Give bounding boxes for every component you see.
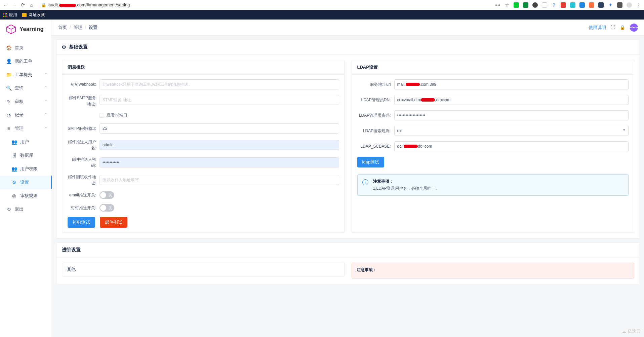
- folder-icon: [22, 13, 27, 17]
- ssl-label: 启用ssl端口: [106, 112, 127, 118]
- breadcrumb-manage[interactable]: 管理: [74, 25, 82, 31]
- ldap-search-select[interactable]: uid: [394, 126, 629, 136]
- watermark-text: 亿速云: [628, 328, 641, 334]
- sidebar-item-review[interactable]: ✎审核˅: [0, 95, 52, 108]
- ldap-pass-input[interactable]: [394, 110, 629, 120]
- bookmark-folder[interactable]: 网址收藏: [22, 12, 45, 18]
- ldap-url-input[interactable]: mail..com:389: [394, 79, 629, 89]
- menu-icon[interactable]: ⋮: [636, 2, 641, 8]
- breadcrumb-home[interactable]: 首页: [58, 25, 67, 31]
- fullscreen-icon[interactable]: ⛶: [611, 25, 615, 30]
- sidebar-item-setting[interactable]: ⚙设置: [0, 176, 52, 189]
- push-pass-input[interactable]: [99, 157, 339, 167]
- bookmark-bar: 应用 网址收藏: [0, 10, 644, 20]
- ext-icon[interactable]: [579, 2, 585, 8]
- profile-icon[interactable]: [627, 2, 632, 8]
- sidebar-item-home[interactable]: 🏠首页: [0, 41, 52, 54]
- apps-shortcut[interactable]: 应用: [3, 12, 17, 18]
- notice-body: 1.LDAP登录用户名，必须全局唯一。: [373, 186, 439, 191]
- ext-icon[interactable]: [542, 2, 547, 8]
- label-test-addr: 邮件测试收件地址:: [68, 174, 99, 186]
- notice-title: 注意事项：: [373, 179, 439, 184]
- label-email-switch: email推送开关:: [68, 192, 99, 198]
- label-ldap-dn: LDAP管理员DN:: [357, 97, 394, 103]
- ding-test-button[interactable]: 钉钉测试: [68, 217, 95, 228]
- lock-icon[interactable]: 🔒: [620, 25, 625, 30]
- mail-test-button[interactable]: 邮件测试: [100, 217, 127, 228]
- sidebar-item-record[interactable]: ◔记录˅: [0, 108, 52, 122]
- sidebar-item-myorders[interactable]: 👤我的工单: [0, 54, 52, 68]
- url-text: audit..com/#/management/setting: [48, 2, 130, 7]
- app-name: Yearning: [19, 26, 44, 33]
- ext-icon[interactable]: [532, 2, 538, 8]
- address-bar[interactable]: 🔒 audit..com/#/management/setting: [38, 2, 133, 8]
- sidebar-item-label: 记录: [15, 112, 24, 118]
- search-icon: 🔍: [6, 85, 11, 91]
- browser-toolbar: ← → ⟳ ⌂ 🔒 audit..com/#/management/settin…: [0, 0, 644, 10]
- sidebar-item-label: 用户权限: [20, 166, 38, 172]
- avatar[interactable]: admin: [630, 24, 638, 32]
- ext-icon[interactable]: [589, 2, 594, 8]
- label-ldap-pass: LDAP管理员密码:: [357, 112, 394, 118]
- ldap-notice: i 注意事项： 1.LDAP登录用户名，必须全局唯一。: [357, 174, 629, 196]
- checkbox-box: [99, 113, 104, 118]
- sidebar-item-user[interactable]: 👥用户: [0, 135, 52, 149]
- chevron-up-icon: ˄: [45, 126, 47, 131]
- label-ldap-url: 服务地址url: [357, 81, 394, 87]
- stack-icon: ≡: [6, 126, 11, 131]
- panel-title: LDAP设置: [352, 60, 634, 75]
- sidebar-item-logout[interactable]: ⟲退出: [0, 202, 52, 216]
- ext-icon[interactable]: [561, 2, 566, 8]
- ext-icon[interactable]: ✦: [608, 2, 613, 8]
- label-push-user: 邮件推送人用户名:: [68, 139, 99, 151]
- cloud-icon: ☁: [622, 329, 626, 334]
- ldap-dn-input[interactable]: cn=vmail,dc=,dc=com: [394, 95, 629, 105]
- sidebar-item-auditrule[interactable]: ◎审核规则: [0, 189, 52, 202]
- webhook-input[interactable]: [99, 79, 339, 89]
- sidebar-item-label: 审核: [15, 99, 24, 105]
- back-icon[interactable]: ←: [3, 2, 8, 8]
- ext-icon[interactable]: [523, 2, 528, 8]
- key-icon[interactable]: ⊶: [495, 2, 500, 8]
- sidebar: Yearning 🏠首页 👤我的工单 📁工单提交˅ 🔍查询˅ ✎审核˅ ◔记录˅…: [0, 20, 52, 337]
- help-icon[interactable]: ?: [551, 2, 557, 8]
- sidebar-item-query[interactable]: 🔍查询˅: [0, 81, 52, 95]
- chrome-right: ⊶ ☆ ? ✦ ⋮: [495, 2, 641, 8]
- sidebar-item-label: 我的工单: [15, 58, 32, 64]
- ext-icon[interactable]: [514, 2, 519, 8]
- label-smtp-addr: 邮件SMTP服务地址:: [68, 95, 99, 107]
- sidebar-item-label: 数据库: [20, 152, 33, 158]
- ext-icon[interactable]: [598, 2, 604, 8]
- smtp-addr-input[interactable]: [99, 95, 339, 105]
- home-icon[interactable]: ⌂: [29, 2, 34, 8]
- person-icon: 👤: [6, 59, 11, 64]
- sidebar-item-manage[interactable]: ≡管理˄: [0, 122, 52, 135]
- help-link[interactable]: 使用说明: [589, 25, 606, 31]
- smtp-port-input[interactable]: [99, 123, 339, 134]
- ldap-scbase-input[interactable]: dc=dc=com: [394, 141, 629, 151]
- breadcrumb: 首页 / 管理 / 设置: [58, 25, 97, 31]
- breadcrumb-sep: /: [85, 25, 86, 31]
- bookmark-label: 网址收藏: [29, 12, 45, 18]
- sidebar-item-userperm[interactable]: 👥用户权限: [0, 162, 52, 176]
- sidebar-item-database[interactable]: 🗄数据库: [0, 149, 52, 162]
- gear-icon: ⚙: [62, 44, 66, 50]
- ldap-test-button[interactable]: ldap测试: [357, 157, 385, 167]
- card-basic: ⚙ 基础设置 消息推送 钉钉webhook: 邮件SMTP服务地址: 启用ssl…: [56, 40, 640, 238]
- label-webhook: 钉钉webhook:: [68, 81, 99, 87]
- forward-icon[interactable]: →: [11, 2, 17, 8]
- lock-icon: 🔒: [41, 2, 46, 7]
- ext-icon[interactable]: [617, 2, 622, 8]
- chevron-down-icon: ˅: [45, 73, 47, 77]
- ding-switch[interactable]: 关: [99, 204, 114, 212]
- sidebar-item-submit[interactable]: 📁工单提交˅: [0, 68, 52, 81]
- panel-ldap: LDAP设置 服务地址urlmail..com:389 LDAP管理员DN:cn…: [352, 60, 635, 233]
- ext-icon[interactable]: [570, 2, 575, 8]
- reload-icon[interactable]: ⟳: [20, 2, 26, 8]
- star-icon[interactable]: ☆: [504, 2, 510, 8]
- test-addr-input[interactable]: [99, 175, 339, 185]
- push-user-input[interactable]: [99, 140, 339, 150]
- ssl-checkbox[interactable]: 启用ssl端口: [99, 112, 339, 118]
- sidebar-item-label: 审核规则: [20, 193, 38, 199]
- email-switch[interactable]: 关: [99, 191, 114, 199]
